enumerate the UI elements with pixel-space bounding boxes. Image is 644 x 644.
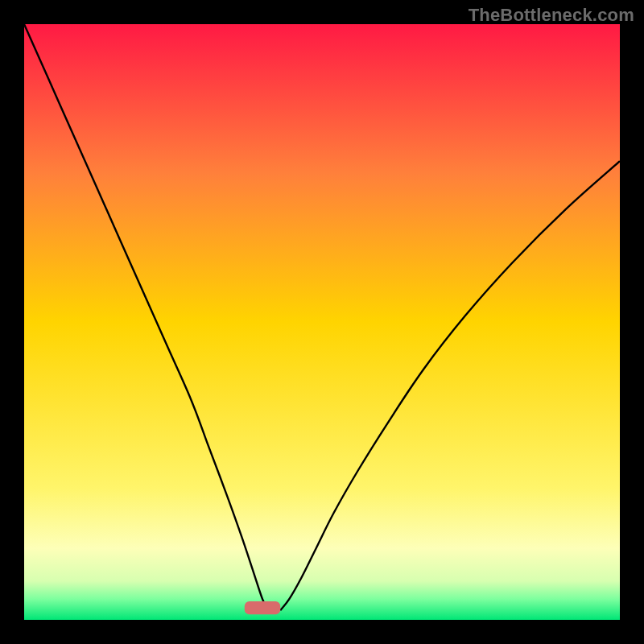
watermark-label: TheBottleneck.com <box>469 5 634 26</box>
chart-frame: TheBottleneck.com <box>0 0 644 644</box>
chart-svg <box>24 24 620 620</box>
chart-background <box>24 24 620 620</box>
minimum-marker <box>245 601 280 614</box>
chart-plot-area <box>24 24 620 620</box>
